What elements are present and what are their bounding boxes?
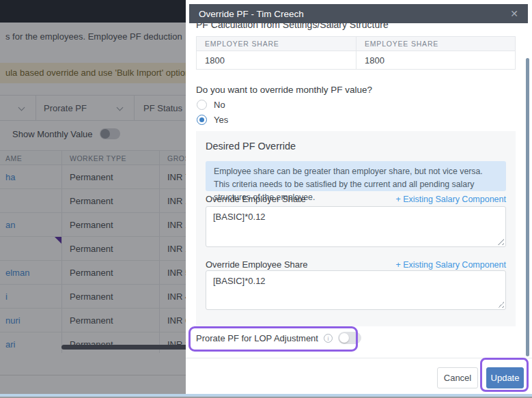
panel-heading: Desired PF Override	[206, 141, 296, 152]
existing-salary-component-link[interactable]: + Existing Salary Component	[395, 195, 506, 204]
info-icon[interactable]	[324, 334, 333, 343]
update-button[interactable]: Update	[486, 367, 524, 388]
screen: s for the employees. Employee PF deducti…	[0, 0, 532, 398]
cancel-button[interactable]: Cancel	[437, 367, 478, 388]
modal-footer: Cancel Update	[186, 358, 532, 394]
close-icon[interactable]: ✕	[510, 9, 518, 18]
radio-icon[interactable]	[197, 100, 207, 110]
radio-yes-label: Yes	[214, 115, 228, 125]
employee-share-field-wrap: [BASIC]*0.12	[206, 270, 506, 310]
radio-no-label: No	[214, 100, 225, 110]
prorate-lop-toggle[interactable]	[338, 332, 361, 344]
employee-share-header: EMPLOYEE SHARE	[356, 37, 515, 51]
override-pf-modal: Override PF - Tim Creech ✕ PF Calculatio…	[186, 0, 532, 396]
prorate-lop-row: Prorate PF for LOP Adjustment	[196, 332, 361, 344]
radio-option-yes[interactable]: Yes	[197, 115, 228, 125]
radio-option-no[interactable]: No	[197, 100, 225, 110]
pf-calculation-section-title: PF Calculation from Settings/Salary Stru…	[196, 23, 496, 31]
existing-salary-component-link[interactable]: + Existing Salary Component	[395, 260, 506, 270]
override-employer-share-input[interactable]: [BASIC]*0.12	[206, 206, 506, 247]
override-employee-share-label: Override Employee Share	[206, 259, 308, 270]
employee-share-value: 1800	[356, 51, 515, 69]
desired-pf-override-panel: Desired PF Override Employee share can b…	[196, 131, 516, 326]
toggle-knob	[339, 333, 349, 343]
window-bottom-edge	[0, 394, 532, 397]
employer-share-value: 1800	[197, 51, 356, 69]
modal-header: Override PF - Tim Creech ✕	[189, 4, 528, 23]
employer-share-header: EMPLOYER SHARE	[197, 37, 356, 51]
override-question: Do you want to override monthly PF value…	[196, 85, 372, 95]
vertical-scrollbar[interactable]	[526, 58, 529, 356]
prorate-lop-label: Prorate PF for LOP Adjustment	[196, 333, 318, 343]
employer-share-field-wrap: [BASIC]*0.12	[206, 206, 506, 247]
radio-selected-icon[interactable]	[197, 115, 207, 125]
override-employer-share-label: Override Employer Share	[206, 194, 306, 204]
modal-title: Override PF - Tim Creech	[199, 9, 304, 19]
override-employee-share-input[interactable]: [BASIC]*0.12	[206, 270, 506, 310]
pf-share-table: EMPLOYER SHARE EMPLOYEE SHARE 1800 1800	[196, 36, 516, 70]
info-message: Employee share can be greater than emplo…	[206, 161, 506, 191]
